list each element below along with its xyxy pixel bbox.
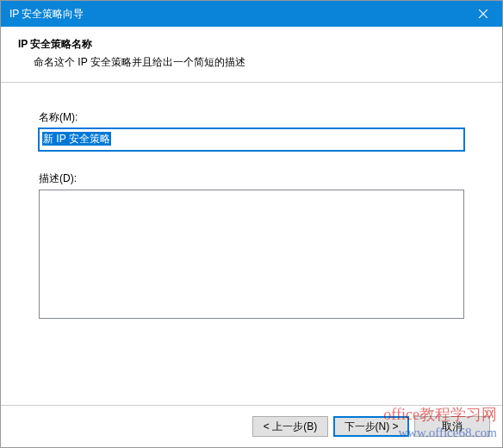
description-label: 描述(D):: [39, 171, 464, 186]
header-title: IP 安全策略名称: [18, 37, 485, 52]
name-label: 名称(M):: [39, 110, 464, 125]
header-subtitle: 命名这个 IP 安全策略并且给出一个简短的描述: [34, 55, 485, 70]
close-icon: [479, 9, 487, 18]
button-bar: < 上一步(B) 下一步(N) > 取消: [252, 416, 490, 437]
description-textarea[interactable]: [39, 190, 464, 319]
next-button[interactable]: 下一步(N) >: [333, 416, 409, 437]
close-button[interactable]: [463, 1, 502, 27]
content-area: 名称(M): 新 IP 安全策略 描述(D):: [1, 83, 502, 339]
wizard-header: IP 安全策略名称 命名这个 IP 安全策略并且给出一个简短的描述: [1, 27, 502, 82]
name-input-value: 新 IP 安全策略: [42, 132, 111, 146]
window-title: IP 安全策略向导: [9, 7, 463, 22]
footer-divider: [1, 405, 502, 406]
back-button[interactable]: < 上一步(B): [252, 416, 328, 437]
titlebar: IP 安全策略向导: [1, 1, 502, 27]
name-input[interactable]: 新 IP 安全策略: [39, 128, 464, 151]
cancel-button[interactable]: 取消: [414, 416, 490, 437]
